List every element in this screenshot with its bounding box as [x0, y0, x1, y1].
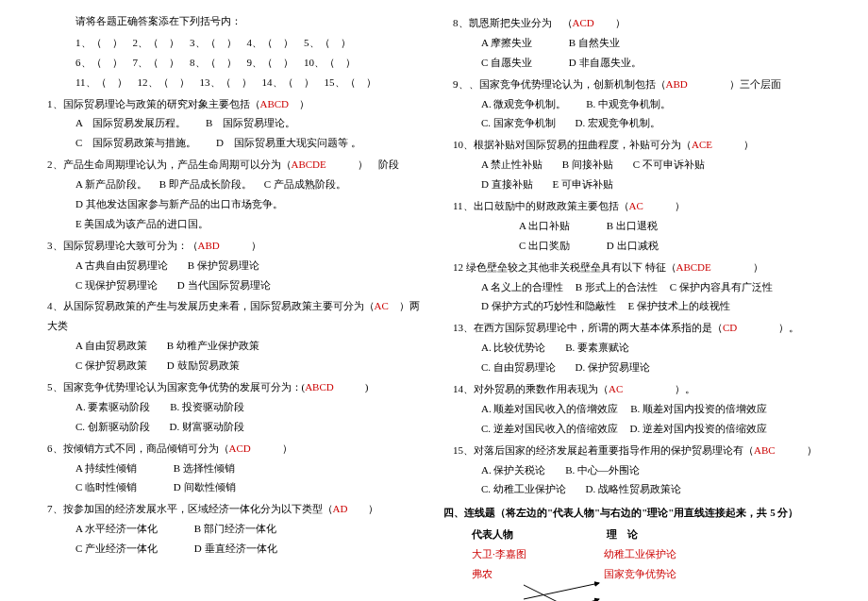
left-column: 请将各题正确答案添在下列括号内： 1、（ ） 2、（ ） 3、（ ） 4、（ ）… [28, 11, 434, 590]
q7-optC: C 产业经济一体化 [75, 539, 158, 559]
q5-options-row2: C. 创新驱动阶段 D. 财富驱动阶段 [75, 417, 425, 437]
q7-optA: A 水平经济一体化 [75, 519, 158, 539]
q7-options-row2: C 产业经济一体化 D 垂直经济一体化 [75, 539, 425, 559]
q11-text: 11、出口鼓励中的财政政策主要包括（ [453, 200, 629, 211]
q7-optD: D 垂直经济一体化 [194, 539, 277, 559]
question-2: 2、产品生命周期理论认为，产品生命周期可以分为（ABCDE ） 阶段 [47, 155, 425, 175]
q15-optB: B. 中心—外围论 [565, 460, 640, 480]
q11-optA: A 出口补贴 [519, 216, 570, 236]
q15-options-row2: C. 幼稚工业保护论 D. 战略性贸易政策论 [481, 479, 830, 499]
match-theory-1: 幼稚工业保护论 [604, 544, 676, 564]
q12-options-row2: D 保护方式的巧妙性和隐蔽性 E 保护技术上的歧视性 [481, 296, 830, 316]
question-8: 8、凯恩斯把失业分为 （ACD ） [453, 13, 830, 33]
q3-tail: ） [220, 240, 261, 251]
q5-options-row1: A. 要素驱动阶段 B. 投资驱动阶段 [75, 397, 425, 417]
q1-optD: D 国际贸易重大现实问题等 。 [216, 133, 361, 153]
fill-instruction: 请将各题正确答案添在下列括号内： [75, 11, 425, 31]
question-6: 6、按倾销方式不同，商品倾销可分为（ACD ） [47, 439, 425, 459]
q7-answer: AD [333, 503, 348, 514]
q12-options-row1: A 名义上的合理性 B 形式上的合法性 C 保护内容具有广泛性 [481, 277, 830, 297]
q2-tail: ） 阶段 [326, 159, 399, 170]
q8-text: 8、凯恩斯把失业分为 （ [453, 17, 573, 28]
q4-optD: D 鼓励贸易政策 [167, 356, 240, 376]
question-13: 13、在西方国际贸易理论中，所谓的两大基本体系指的是（CD ）。 [453, 318, 830, 338]
q11-answer: AC [629, 200, 643, 211]
q3-optC: C 现保护贸易理论 [75, 275, 158, 295]
q13-text: 13、在西方国际贸易理论中，所谓的两大基本体系指的是（ [453, 322, 723, 333]
q12-text: 12 绿色壁垒较之其他非关税壁垒具有以下 特征（ [453, 261, 676, 273]
q11-options-row1: A 出口补贴 B 出口退税 [519, 216, 830, 236]
q10-optA: A 禁止性补贴 [481, 155, 542, 175]
match-person-1: 大卫·李嘉图 [472, 544, 604, 564]
q5-optD: D. 财富驱动阶段 [170, 417, 244, 437]
q13-optA: A. 比较优势论 [481, 338, 545, 358]
question-12: 12 绿色壁垒较之其他非关税壁垒具有以下 特征（ABCDE ） [453, 258, 830, 277]
q6-options-row1: A 持续性倾销 B 选择性倾销 [75, 459, 425, 478]
q3-optD: D 当代国际贸易理论 [177, 275, 271, 295]
q13-optB: B. 要素禀赋论 [565, 338, 629, 358]
q15-text: 15、对落后国家的经济发展起着重要指导作用的保护贸易理论有（ [453, 444, 754, 456]
match-lines-diagram [472, 580, 830, 601]
question-9: 9、、国家竞争优势理论认为，创新机制包括（ABD ）三个层面 [453, 75, 830, 94]
q7-text: 7、按参加国的经济发展水平，区域经济一体化分为以下类型（ [47, 503, 333, 514]
q1-options-row2: C 国际贸易政策与措施。 D 国际贸易重大现实问题等 。 [75, 133, 425, 153]
q8-options-row2: C 自愿失业 D 非自愿失业。 [481, 53, 830, 73]
match-table: 代表人物 理 论 大卫·李嘉图 幼稚工业保护论 弗农 国家竞争优势论 [472, 525, 830, 584]
q3-text: 3、国际贸易理论大致可分为：（ [47, 240, 198, 251]
q13-options-row2: C. 自由贸易理论 D. 保护贸易理论 [481, 358, 830, 377]
q3-optA: A 古典自由贸易理论 [75, 256, 168, 275]
q4-text: 4、从国际贸易政策的产生与发展历史来看，国际贸易政策主要可分为（ [47, 300, 375, 311]
q5-optC: C. 创新驱动阶段 [75, 417, 150, 437]
q14-optA: A. 顺差对国民收入的倍增效应 [481, 399, 618, 419]
q13-optC: C. 自由贸易理论 [481, 358, 556, 377]
q14-tail: ）。 [623, 383, 695, 394]
q4-optC: C 保护贸易政策 [75, 356, 147, 376]
q12-optA: A 名义上的合理性 [481, 277, 563, 297]
q15-optD: D. 战略性贸易政策论 [586, 479, 681, 499]
q10-text: 10、根据补贴对国际贸易的扭曲程度，补贴可分为（ [453, 139, 692, 150]
question-7: 7、按参加国的经济发展水平，区域经济一体化分为以下类型（AD ） [47, 499, 425, 519]
q14-optD: D. 逆差对国内投资的倍缩效应 [630, 419, 767, 439]
q5-text: 5、国家竞争优势理论认为国家竞争优势的发展可分为：( [47, 381, 305, 392]
match-row-1: 大卫·李嘉图 幼稚工业保护论 [472, 544, 830, 564]
q10-optB: B 间接补贴 [562, 155, 613, 175]
q7-options-row1: A 水平经济一体化 B 部门经济一体化 [75, 519, 425, 539]
q8-optD: D 非自愿失业。 [569, 53, 642, 73]
q15-tail: ） [776, 444, 817, 456]
q6-optA: A 持续性倾销 [75, 459, 137, 478]
right-column: 8、凯恩斯把失业分为 （ACD ） A 摩擦失业 B 自然失业 C 自愿失业 D… [434, 11, 840, 590]
q8-optC: C 自愿失业 [481, 53, 532, 73]
question-15: 15、对落后国家的经济发展起着重要指导作用的保护贸易理论有（ABC ） [453, 441, 830, 460]
q11-options-row2: C 出口奖励 D 出口减税 [519, 236, 830, 256]
question-4: 4、从国际贸易政策的产生与发展历史来看，国际贸易政策主要可分为（AC ）两大类 [47, 296, 425, 336]
q1-optB: B 国际贸易理论。 [206, 113, 295, 133]
q2-optC: C 产品成熟阶段。 [264, 175, 346, 194]
svg-line-0 [524, 585, 599, 601]
q2-optE: E 美国成为该产品的进口国。 [75, 214, 209, 234]
q1-tail: ） [289, 98, 309, 109]
q4-options-row1: A 自由贸易政策 B 幼稚产业保护政策 [75, 336, 425, 356]
q14-text: 14、对外贸易的乘数作用表现为（ [453, 383, 609, 394]
match-header-right: 理 论 [607, 525, 638, 544]
q8-options-row1: A 摩擦失业 B 自然失业 [481, 33, 830, 53]
q14-options-row2: C. 逆差对国民收入的倍缩效应 D. 逆差对国内投资的倍缩效应 [481, 419, 830, 439]
q6-tail: ） [251, 442, 292, 454]
q10-tail: ） [712, 139, 754, 150]
q8-answer: ACD [573, 17, 594, 28]
connection-lines-icon [472, 580, 717, 601]
q13-tail: ）。 [737, 322, 799, 333]
question-5: 5、国家竞争优势理论认为国家竞争优势的发展可分为：(ABCD ) [47, 377, 425, 397]
q5-optA: A. 要素驱动阶段 [75, 397, 150, 417]
answer-slots-row1: 1、（ ） 2、（ ） 3、（ ） 4、（ ） 5、（ ） [75, 33, 425, 53]
answer-slots-row3: 11、（ ） 12、（ ） 13、（ ） 14、（ ） 15、（ ） [75, 73, 425, 92]
q1-optC: C 国际贸易政策与措施。 [75, 133, 196, 153]
q13-answer: CD [723, 322, 737, 333]
q11-optD: D 出口减税 [607, 236, 659, 256]
q1-optA: A 国际贸易发展历程。 [75, 113, 186, 133]
answer-slots-row2: 6、（ ） 7、（ ） 8、（ ） 9、（ ） 10、（ ） [75, 53, 425, 73]
q10-optC: C 不可申诉补贴 [633, 155, 705, 175]
q15-optA: A. 保护关税论 [481, 460, 545, 480]
q9-optD: D. 宏观竞争机制。 [576, 113, 660, 133]
q12-answer: ABCDE [676, 261, 711, 273]
q9-optC: C. 国家竞争机制 [481, 113, 556, 133]
